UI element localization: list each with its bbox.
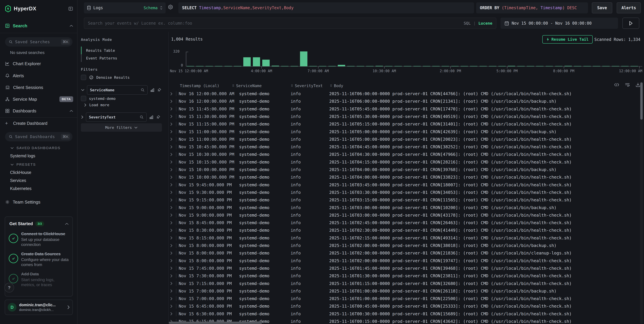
sidebar-item-dashboards[interactable]: Dashboards bbox=[5, 107, 73, 115]
download-icon[interactable] bbox=[636, 82, 640, 87]
histogram-bar[interactable] bbox=[394, 66, 402, 66]
get-started-item[interactable]: Connect to ClickHouseSet up your databas… bbox=[5, 228, 72, 248]
expand-row-icon[interactable] bbox=[170, 107, 172, 111]
expand-row-icon[interactable] bbox=[170, 115, 172, 118]
chevron-up-icon[interactable] bbox=[65, 223, 69, 225]
histogram-bar[interactable] bbox=[517, 66, 525, 66]
expand-row-icon[interactable] bbox=[170, 153, 172, 156]
histogram-bar[interactable] bbox=[564, 66, 572, 66]
table-row[interactable]: Nov 15 8:30:00.000 PMsystemd-demoinfo202… bbox=[168, 226, 639, 234]
expand-row-icon[interactable] bbox=[170, 251, 172, 255]
histogram-bar[interactable] bbox=[404, 66, 411, 66]
expand-row-icon[interactable] bbox=[170, 259, 172, 263]
expand-row-icon[interactable] bbox=[170, 282, 172, 285]
histogram-bar[interactable] bbox=[328, 66, 336, 66]
table-row[interactable]: Nov 15 7:30:00.000 PMsystemd-demoinfo202… bbox=[168, 272, 639, 280]
histogram-bar[interactable] bbox=[338, 65, 345, 66]
table-row[interactable]: Nov 15 6:45:00.000 PMsystemd-demoinfo202… bbox=[168, 302, 639, 310]
sidebar-item-service-map[interactable]: Service MapBETA bbox=[5, 96, 73, 103]
table-row[interactable]: Nov 15 9:30:00.000 PMsystemd-demoinfo202… bbox=[168, 189, 639, 196]
chevron-up-icon[interactable] bbox=[70, 25, 73, 27]
histogram-bar[interactable] bbox=[546, 66, 553, 66]
denoise-results-toggle[interactable]: Denoise Results bbox=[81, 75, 130, 80]
search-input[interactable]: Search your events w/ Lucene ex. column:… bbox=[84, 17, 496, 29]
chevron-down-icon[interactable] bbox=[81, 89, 84, 91]
table-row[interactable]: Nov 15 8:00:00.000 PMsystemd-demoinfo202… bbox=[168, 249, 639, 257]
expand-row-icon[interactable] bbox=[170, 175, 172, 179]
load-more-button[interactable]: Load more bbox=[84, 103, 109, 107]
histogram-bar[interactable] bbox=[300, 51, 308, 66]
expand-row-icon[interactable] bbox=[170, 221, 172, 225]
more-filters-button[interactable]: More filters bbox=[81, 123, 162, 132]
histogram-bar[interactable] bbox=[385, 66, 392, 66]
table-row[interactable]: Nov 15 7:15:00.000 PMsystemd-demoinfo202… bbox=[168, 280, 639, 287]
column-header-severitytext[interactable]: ⠿SeverityText bbox=[291, 84, 323, 88]
source-selector[interactable]: Logs Schema bbox=[84, 2, 166, 13]
dashboard-link-systemd-logs[interactable]: Systemd logs bbox=[10, 153, 73, 159]
table-row[interactable]: Nov 15 10:45:00.000 PMsystemd-demoinfo20… bbox=[168, 143, 639, 151]
checkbox[interactable] bbox=[81, 75, 86, 80]
expand-row-icon[interactable] bbox=[170, 130, 172, 134]
collapse-sidebar-icon[interactable] bbox=[68, 6, 73, 11]
histogram-bar[interactable] bbox=[262, 60, 270, 66]
checkbox[interactable] bbox=[81, 96, 86, 101]
user-menu[interactable]: D dominic.tran@clic... dominic.tran@clic… bbox=[5, 300, 73, 315]
table-row[interactable]: Nov 15 9:15:00.000 PMsystemd-demoinfo202… bbox=[168, 196, 639, 204]
help-button[interactable]: ? bbox=[4, 283, 14, 293]
histogram-bar[interactable] bbox=[243, 57, 251, 66]
histogram-bar[interactable] bbox=[290, 66, 298, 66]
histogram-bar[interactable] bbox=[414, 66, 421, 66]
dashboard-link-kubernetes[interactable]: Kubernetes bbox=[10, 185, 73, 192]
histogram-bar[interactable] bbox=[357, 66, 364, 66]
expand-row-icon[interactable] bbox=[170, 274, 172, 278]
run-search-button[interactable] bbox=[622, 17, 639, 29]
table-row[interactable]: Nov 15 10:30:00.000 PMsystemd-demoinfo20… bbox=[168, 151, 639, 158]
histogram-bar[interactable] bbox=[460, 66, 468, 66]
histogram-bar[interactable] bbox=[423, 66, 430, 66]
histogram-bar[interactable] bbox=[555, 66, 562, 66]
expand-row-icon[interactable] bbox=[170, 236, 172, 240]
histogram-bar[interactable] bbox=[442, 66, 449, 66]
histogram-bar[interactable] bbox=[366, 66, 374, 66]
expand-row-icon[interactable] bbox=[170, 183, 172, 187]
table-row[interactable]: Nov 15 9:00:00.000 PMsystemd-demoinfo202… bbox=[168, 204, 639, 211]
histogram-bar[interactable] bbox=[196, 66, 204, 66]
analysis-mode-event-patterns[interactable]: Event Patterns bbox=[81, 54, 162, 62]
histogram-bar[interactable] bbox=[432, 66, 440, 66]
histogram-bar[interactable] bbox=[206, 66, 213, 66]
expand-row-icon[interactable] bbox=[170, 244, 172, 247]
sidebar-item-search[interactable]: Search bbox=[5, 22, 73, 29]
drag-handle-icon[interactable]: ⠿ bbox=[232, 84, 234, 88]
expand-row-icon[interactable] bbox=[170, 160, 172, 164]
histogram-bar[interactable] bbox=[536, 66, 544, 66]
section-header-saved-dashboards[interactable]: SAVED DASHBOARDS bbox=[10, 145, 73, 151]
table-row[interactable]: Nov 15 11:30:00.000 PMsystemd-demoinfo20… bbox=[168, 113, 639, 120]
expand-row-icon[interactable] bbox=[170, 206, 172, 209]
histogram-bar[interactable] bbox=[347, 66, 354, 66]
table-row[interactable]: Nov 15 11:45:00.000 PMsystemd-demoinfo20… bbox=[168, 105, 639, 113]
create-dashboard-button[interactable]: + Create Dashboard bbox=[5, 120, 73, 127]
table-row[interactable]: Nov 15 8:00:00.000 PMsystemd-demoinfo202… bbox=[168, 257, 639, 265]
facet-chart-icon[interactable] bbox=[150, 88, 155, 92]
sidebar-item-client-sessions[interactable]: Client Sessions bbox=[5, 84, 73, 91]
histogram-bar[interactable] bbox=[630, 66, 638, 66]
histogram-bar[interactable] bbox=[612, 66, 619, 66]
histogram-bar[interactable] bbox=[508, 66, 515, 66]
histogram-bar[interactable] bbox=[215, 66, 222, 66]
gear-icon[interactable] bbox=[168, 4, 173, 10]
facet-name-box[interactable]: SeverityText bbox=[86, 112, 147, 122]
wrap-lines-icon[interactable] bbox=[625, 83, 630, 87]
histogram-bar[interactable] bbox=[451, 66, 458, 66]
table-row[interactable]: Nov 15 6:30:00.000 PMsystemd-demoinfo202… bbox=[168, 310, 639, 318]
table-row[interactable]: Nov 15 8:45:00.000 PMsystemd-demoinfo202… bbox=[168, 219, 639, 226]
dashboard-link-clickhouse[interactable]: ClickHouse bbox=[10, 169, 73, 176]
table-row[interactable]: Nov 15 8:15:00.000 PMsystemd-demoinfo202… bbox=[168, 234, 639, 242]
expand-row-icon[interactable] bbox=[170, 137, 172, 141]
expand-row-icon[interactable] bbox=[170, 100, 172, 103]
expand-row-icon[interactable] bbox=[170, 122, 172, 126]
dashboard-link-services[interactable]: Services bbox=[10, 177, 73, 184]
sidebar-item-chart-explorer[interactable]: Chart Explorer bbox=[5, 60, 73, 67]
histogram-bar[interactable] bbox=[234, 66, 241, 66]
histogram-bar[interactable] bbox=[310, 66, 317, 66]
histogram-bar[interactable] bbox=[602, 66, 610, 66]
